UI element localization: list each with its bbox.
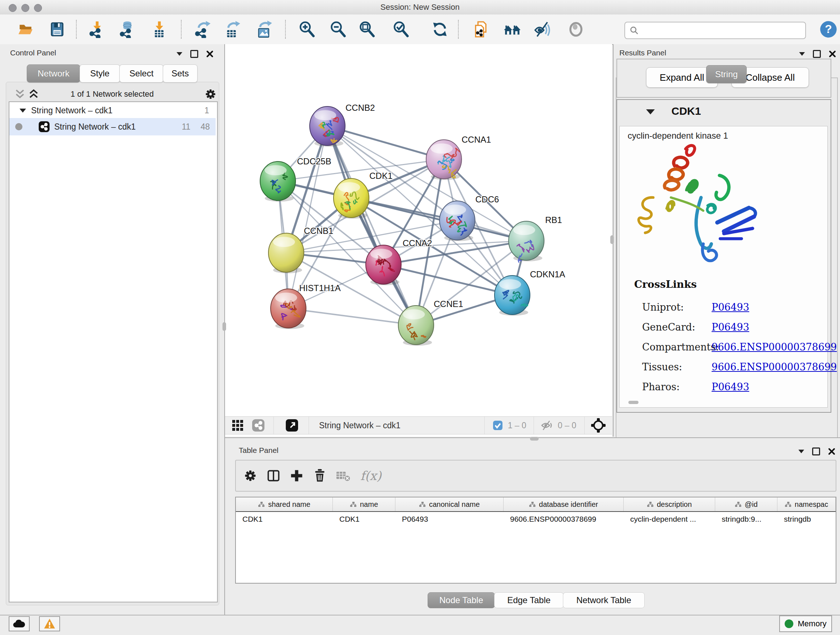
tab-style[interactable]: Style — [80, 65, 120, 82]
eye-gray-icon — [567, 21, 584, 38]
column-header-shared-name[interactable]: shared name — [236, 497, 333, 511]
application-window: Session: New Session — [0, 0, 840, 635]
control-panel: Control Panel 1 of 1 Network selected — [0, 44, 225, 615]
zoom-out-button[interactable] — [328, 19, 348, 40]
table-row[interactable]: CDK1CDK1P064939606.ENSP00000378699cyclin… — [236, 512, 836, 526]
selected-node-edge-count: 1 – 0 — [508, 421, 526, 431]
results-scrollbar-thumb[interactable] — [628, 401, 638, 404]
column-header-name[interactable]: name — [333, 497, 395, 511]
graph-node-CCNB1[interactable] — [268, 233, 304, 273]
network-node-count: 11 — [182, 122, 191, 132]
section-expander-icon[interactable] — [646, 109, 655, 114]
show-columns-icon[interactable] — [266, 469, 281, 483]
node-label-CCNA1: CCNA1 — [462, 135, 491, 144]
tree-expander-icon[interactable] — [19, 109, 26, 112]
gear-icon[interactable] — [243, 469, 257, 483]
panel-menu-icon[interactable] — [177, 52, 182, 56]
selected-checkbox-icon[interactable] — [493, 420, 503, 431]
bottom-splitter-handle[interactable] — [530, 437, 538, 440]
column-header-database-identifier[interactable]: database identifier — [504, 497, 624, 511]
network-view-title: String Network – cdk1 — [319, 421, 401, 431]
column-header-canonical-name[interactable]: canonical name — [395, 497, 504, 511]
open-in-window-icon[interactable] — [286, 419, 298, 432]
delete-column-icon[interactable] — [313, 469, 327, 483]
zoom-fit-button[interactable] — [357, 19, 377, 40]
function-builder-icon[interactable]: f(x) — [360, 469, 381, 483]
tab-network[interactable]: Network — [27, 65, 80, 82]
graph-node-CCNE1[interactable] — [398, 306, 434, 346]
graph-node-CDK1[interactable] — [333, 179, 369, 219]
tab-string[interactable]: String — [706, 65, 747, 83]
warnings-button[interactable] — [39, 616, 60, 631]
tab-select[interactable]: Select — [119, 65, 164, 82]
network-collection-row[interactable]: String Network – cdk1 1 — [9, 103, 216, 118]
tab-network-table[interactable]: Network Table — [563, 592, 645, 608]
panel-menu-icon[interactable] — [799, 52, 805, 56]
network-share-icon[interactable] — [252, 419, 265, 432]
crosslink-link[interactable]: P06493 — [712, 302, 749, 313]
help-button[interactable]: ? — [818, 19, 838, 40]
network-view-toolbar: String Network – cdk1 1 – 0 0 – 0 — [225, 416, 612, 434]
close-panel-icon[interactable] — [206, 50, 213, 57]
home-pages-button[interactable] — [502, 19, 523, 40]
tab-edge-table[interactable]: Edge Table — [494, 592, 564, 608]
gear-icon[interactable] — [204, 88, 217, 101]
column-header-namespac[interactable]: namespac — [777, 497, 836, 511]
table-panel-title: Table Panel — [239, 446, 279, 455]
grid-view-icon[interactable] — [232, 419, 244, 432]
crosslink-label: Tissues: — [642, 361, 682, 372]
graph-node-HIST1H1A[interactable] — [271, 289, 306, 329]
column-header--id[interactable]: @id — [715, 497, 777, 511]
graph-node-CDC6[interactable] — [439, 201, 475, 241]
tab-sets[interactable]: Sets — [163, 65, 197, 82]
memory-label: Memory — [798, 619, 826, 629]
zoom-in-button[interactable] — [297, 19, 317, 40]
zoom-selected-button[interactable] — [391, 19, 411, 40]
crosslink-link[interactable]: P06493 — [712, 321, 749, 333]
node-label-CDKN1A: CDKN1A — [530, 269, 565, 279]
node-label-CCNB2: CCNB2 — [346, 103, 375, 112]
tab-node-table[interactable]: Node Table — [428, 592, 495, 608]
table-import-icon — [150, 21, 168, 38]
open-session-button[interactable] — [15, 19, 35, 40]
memory-status-button[interactable]: Memory — [779, 616, 832, 632]
add-column-icon[interactable] — [289, 469, 304, 483]
titlebar: Session: New Session — [0, 0, 840, 15]
share-document-button[interactable] — [471, 19, 491, 40]
close-panel-icon[interactable] — [828, 448, 835, 455]
network-graph[interactable]: CCNB2CCNA1CDC25BCDK1CDC6RB1CCNB1CCNA2CDK… — [225, 44, 612, 416]
table-cell: P06493 — [395, 512, 504, 526]
delete-table-icon[interactable] — [336, 469, 352, 483]
panel-menu-icon[interactable] — [798, 450, 804, 453]
save-session-button[interactable] — [47, 19, 67, 40]
search-input[interactable] — [642, 24, 805, 37]
import-network-database-button[interactable] — [117, 19, 137, 40]
hide-panel-button[interactable] — [532, 19, 553, 40]
refresh-button[interactable] — [430, 19, 450, 40]
crosslink-link[interactable]: 9606.ENSP00000378699 — [712, 341, 837, 353]
float-panel-icon[interactable] — [812, 448, 820, 455]
right-splitter-handle[interactable] — [610, 235, 614, 244]
export-network-button[interactable] — [193, 19, 213, 40]
graph-node-RB1[interactable] — [508, 221, 544, 262]
graph-node-CDKN1A[interactable] — [494, 276, 530, 316]
export-image-button[interactable] — [254, 19, 274, 40]
window-title: Session: New Session — [0, 0, 840, 14]
float-panel-icon[interactable] — [813, 50, 821, 58]
crosslink-link[interactable]: 9606.ENSP00000378699 — [712, 361, 837, 372]
export-table-button[interactable] — [222, 19, 242, 40]
import-network-file-button[interactable] — [87, 19, 107, 40]
crosslink-link[interactable]: P06493 — [712, 381, 749, 393]
network-row-selected[interactable]: String Network – cdk1 11 48 — [9, 118, 216, 135]
birds-eye-view-icon[interactable] — [591, 417, 606, 433]
show-panel-button[interactable] — [566, 19, 586, 40]
column-header-description[interactable]: description — [624, 497, 715, 511]
cloud-status-button[interactable] — [9, 616, 30, 631]
import-table-button[interactable] — [149, 19, 169, 40]
graph-node-CCNA1[interactable] — [426, 140, 462, 180]
float-panel-icon[interactable] — [190, 50, 198, 58]
close-panel-icon[interactable] — [829, 50, 836, 57]
left-splitter-handle[interactable] — [223, 322, 226, 331]
collection-label: String Network – cdk1 — [31, 106, 112, 116]
graph-node-CDC25B[interactable] — [260, 162, 295, 202]
